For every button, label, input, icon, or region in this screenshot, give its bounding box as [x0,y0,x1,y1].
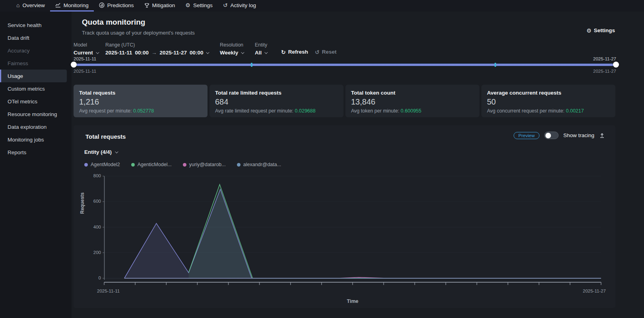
sidebar-item-accuracy[interactable]: Accuracy [0,44,72,57]
nav-predictions-label: Predictions [107,2,134,8]
stat-card-value: 13,846 [351,97,474,107]
nav-activity-log[interactable]: ↺ Activity log [218,0,261,12]
refresh-button[interactable]: ↻ Refresh [281,49,308,55]
chevron-down-icon [206,50,209,54]
sidebar-item-fairness[interactable]: Fairness [0,57,72,70]
legend-item-alexandr[interactable]: alexandr@data... [237,162,281,167]
nav-overview-label: Overview [22,2,45,8]
sidebar-item-reports[interactable]: Reports [0,146,72,159]
entity-select[interactable]: All [255,50,267,56]
history-icon: ↺ [223,2,228,8]
stat-card-sub-label: Avg concurrent request per minute: [487,108,564,114]
sidebar-item-resource-monitoring[interactable]: Resource monitoring [0,108,72,120]
refresh-icon: ↻ [281,49,286,55]
show-tracing-label: Show tracing [563,132,594,138]
sidebar-item-service-health[interactable]: Service health [0,19,72,31]
sidebar-item-otel-metrics[interactable]: OTel metrics [0,95,72,108]
y-axis-tick-label: 400 [84,225,101,229]
range-select[interactable]: 2025-11-11 00:00 → 2025-11-27 00:00 [105,50,208,56]
reset-button[interactable]: ↺ Reset [315,49,337,55]
nav-mitigation[interactable]: Mitigation [139,0,180,12]
entity-select-value: All [255,50,262,56]
stat-card-total-requests[interactable]: Total requests 1,216 Avg request per min… [74,85,208,117]
model-select[interactable]: Current [74,50,98,56]
sidebar-item-label: Custom metrics [8,86,45,92]
legend-dot [84,163,88,167]
export-icon[interactable] [599,132,605,138]
stat-card-rate-limited[interactable]: Total rate limited requests 684 Avg rate… [209,85,343,117]
sidebar-item-data-drift[interactable]: Data drift [0,31,72,44]
slider-start-date-bottom: 2025-11-11 [74,69,96,74]
stat-card-sub: Avg token per minute: 0.600955 [351,108,474,114]
nav-settings[interactable]: ⚙ Settings [180,0,217,12]
stat-card-token-count[interactable]: Total token count 13,846 Avg token per m… [345,85,479,117]
sidebar-item-custom-metrics[interactable]: Custom metrics [0,82,72,95]
resolution-select[interactable]: Weekly [220,50,243,56]
entity-legend-selector[interactable]: Entity (4/4) [84,149,117,155]
range-start-time: 00:00 [135,50,149,56]
nav-mitigation-label: Mitigation [152,2,175,8]
chart-title: Total requests [85,133,126,140]
main-content: Quota monitoring Track quota usage of yo… [72,12,644,318]
sidebar-item-monitoring-jobs[interactable]: Monitoring jobs [0,133,72,146]
top-nav: ⌂ Overview Monitoring Predictions Mitiga… [0,0,644,12]
sidebar-item-label: Service health [8,22,42,28]
legend-label: AgentModel2 [91,162,120,167]
sidebar-item-data-exploration[interactable]: Data exploration [0,120,72,133]
chart-legend: AgentModel2 AgenticModel... yuriy@dataro… [84,162,281,167]
arrow-right-icon: → [151,50,157,56]
y-axis-tick-label: 0 [84,275,101,280]
slider-track[interactable] [74,64,616,66]
stat-card-value: 1,216 [79,97,202,107]
page-subtitle: Track quota usage of your deployment's r… [82,30,195,36]
stat-card-sub-label: Avg request per minute: [79,108,132,114]
stat-card-title: Average concurrent requests [487,90,610,96]
range-start-date: 2025-11-11 [105,50,132,56]
stat-card-title: Total requests [79,90,202,96]
sidebar-item-label: Fairness [8,60,28,66]
y-axis-tick-label: 800 [84,173,101,178]
stat-card-sub-label: Avg token per minute: [351,108,399,114]
resolution-filter: Resolution Weekly [220,42,243,56]
predictions-icon [99,2,105,8]
nav-monitoring-label: Monitoring [64,2,89,8]
slider-tick [495,63,496,67]
y-axis-tick-label: 600 [84,199,101,204]
settings-button-label: Settings [594,27,615,33]
slider-right-handle[interactable] [613,62,619,68]
stat-card-concurrent-requests[interactable]: Average concurrent requests 50 Avg concu… [481,85,615,117]
x-axis-start-label: 2025-11-11 [97,289,120,293]
x-axis-label: Time [104,299,601,304]
sidebar: Service health Data drift Accuracy Fairn… [0,12,72,318]
entity-filter: Entity All [255,42,267,56]
legend-item-yuriy[interactable]: yuriy@datarob... [183,162,226,167]
sidebar-item-label: Accuracy [8,48,30,54]
chevron-down-icon [241,50,244,54]
show-tracing-toggle[interactable] [544,132,559,139]
model-filter-label: Model [74,42,98,48]
chart-plot-area: Requests 2025-11-11 2025-11-27 Time 0200… [104,176,601,285]
nav-monitoring[interactable]: Monitoring [50,0,94,12]
legend-dot [183,163,186,167]
nav-settings-label: Settings [193,2,213,8]
resolution-filter-label: Resolution [220,42,243,48]
toggle-knob [545,133,551,138]
range-end-date: 2025-11-27 [160,50,187,56]
nav-overview[interactable]: ⌂ Overview [11,0,50,12]
slider-left-handle[interactable] [71,62,77,68]
slider-start-date-top: 2025-11-11 [74,56,96,61]
legend-item-agentmodel2[interactable]: AgentModel2 [84,162,120,167]
nav-predictions[interactable]: Predictions [94,0,139,12]
x-axis-end-label: 2025-11-27 [583,289,606,293]
settings-button[interactable]: ⚙ Settings [586,27,615,33]
sidebar-item-usage[interactable]: Usage [0,70,67,82]
page-title: Quota monitoring [82,18,145,27]
stat-card-sub-value: 0.600955 [401,108,421,114]
sidebar-item-label: Data drift [8,35,29,41]
total-requests-chart-panel: Total requests Preview Show tracing Enti… [74,125,615,308]
requests-line-chart[interactable] [104,176,601,285]
legend-item-agenticmodel[interactable]: AgenticModel... [131,162,172,167]
stat-card-sub: Avg request per minute: 0.052778 [79,108,202,114]
entity-legend-selector-label: Entity (4/4) [84,149,112,155]
sidebar-item-label: Resource monitoring [8,111,57,117]
